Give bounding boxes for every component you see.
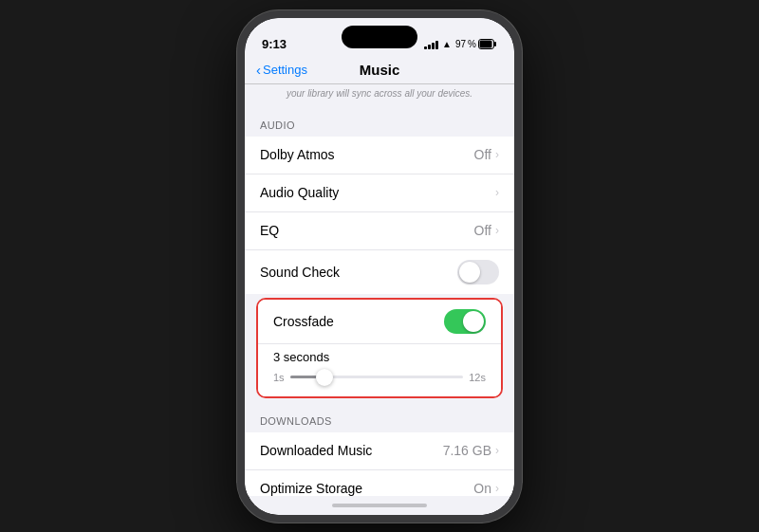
crossfade-slider-section: 3 seconds 1s 12s xyxy=(258,344,501,396)
eq-label: EQ xyxy=(260,223,279,238)
downloads-settings-group: Downloaded Music 7.16 GB › Optimize Stor… xyxy=(245,432,514,496)
svg-rect-2 xyxy=(480,41,492,48)
nav-bar: ‹ Settings Music xyxy=(245,60,514,84)
sound-check-row[interactable]: Sound Check xyxy=(245,250,514,294)
crossfade-row[interactable]: Crossfade xyxy=(258,300,501,344)
downloaded-music-value: 7.16 GB › xyxy=(443,443,499,458)
eq-value: Off › xyxy=(474,223,499,238)
audio-quality-label: Audio Quality xyxy=(260,185,339,200)
nav-back-button[interactable]: ‹ Settings xyxy=(256,62,307,78)
optimize-storage-value: On › xyxy=(473,481,499,496)
status-time: 9:13 xyxy=(262,37,287,51)
optimize-storage-row[interactable]: Optimize Storage On › xyxy=(245,470,514,496)
home-bar xyxy=(332,504,427,507)
signal-bar-3 xyxy=(432,43,435,49)
crossfade-highlight-section: Crossfade 3 seconds 1s xyxy=(256,298,503,398)
eq-row[interactable]: EQ Off › xyxy=(245,212,514,250)
back-chevron-icon: ‹ xyxy=(256,62,261,78)
downloaded-music-row[interactable]: Downloaded Music 7.16 GB › xyxy=(245,432,514,470)
dolby-atmos-label: Dolby Atmos xyxy=(260,147,335,162)
battery-icon-svg xyxy=(478,39,497,49)
home-indicator xyxy=(245,496,514,515)
content-area: your library will sync across all your d… xyxy=(245,84,514,496)
phone-frame: 9:13 ▲ 97% xyxy=(237,10,522,523)
crossfade-toggle-thumb xyxy=(463,311,484,332)
svg-rect-1 xyxy=(494,42,496,46)
nav-back-label: Settings xyxy=(263,63,307,77)
optimize-storage-label: Optimize Storage xyxy=(260,481,362,496)
crossfade-toggle[interactable] xyxy=(444,309,486,334)
crossfade-seconds-label: 3 seconds xyxy=(273,350,486,364)
downloaded-music-chevron-icon: › xyxy=(495,444,499,457)
audio-quality-row[interactable]: Audio Quality › xyxy=(245,174,514,212)
status-bar: 9:13 ▲ 97% xyxy=(245,18,514,60)
sound-check-toggle-thumb xyxy=(459,262,480,283)
downloaded-music-label: Downloaded Music xyxy=(260,443,372,458)
slider-track-row: 1s 12s xyxy=(273,368,486,387)
slider-track xyxy=(290,376,464,378)
slider-min-label: 1s xyxy=(273,372,285,383)
optimize-storage-chevron-icon: › xyxy=(495,482,499,495)
wifi-icon: ▲ xyxy=(442,39,452,49)
slider-max-label: 12s xyxy=(469,372,486,383)
eq-chevron-icon: › xyxy=(495,224,499,237)
dolby-atmos-value: Off › xyxy=(474,147,499,162)
sound-check-toggle[interactable] xyxy=(457,260,499,284)
signal-bar-1 xyxy=(424,46,427,49)
signal-bar-4 xyxy=(435,41,438,49)
signal-bar-2 xyxy=(428,45,431,49)
nav-title: Music xyxy=(360,62,400,78)
dynamic-island xyxy=(342,26,417,48)
audio-settings-group: Dolby Atmos Off › Audio Quality › EQ Off… xyxy=(245,137,514,294)
top-note: your library will sync across all your d… xyxy=(245,84,514,106)
phone-screen: 9:13 ▲ 97% xyxy=(245,18,514,515)
signal-bars xyxy=(424,40,438,49)
dolby-atmos-row[interactable]: Dolby Atmos Off › xyxy=(245,137,514,174)
audio-section-header: AUDIO xyxy=(245,106,514,137)
crossfade-label: Crossfade xyxy=(273,314,334,329)
battery-percent: 97 xyxy=(455,39,466,49)
dolby-atmos-chevron-icon: › xyxy=(495,148,499,161)
slider-thumb[interactable] xyxy=(316,369,333,386)
status-icons: ▲ 97% xyxy=(424,39,497,49)
audio-quality-chevron-icon: › xyxy=(495,186,499,199)
downloads-section-header: DOWNLOADS xyxy=(245,402,514,432)
crossfade-slider[interactable] xyxy=(290,368,464,387)
sound-check-label: Sound Check xyxy=(260,265,340,280)
battery-status: 97% xyxy=(455,39,497,49)
